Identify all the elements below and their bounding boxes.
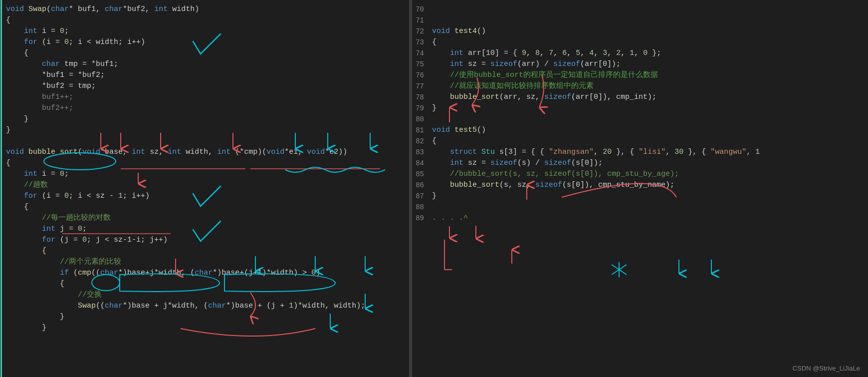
left-code-line: } [6,114,403,125]
main-container: void Swap(char* buf1, char*buf2, int wid… [0,0,868,377]
line-number: 87 [412,191,432,202]
line-number: 88 [412,202,432,213]
green-indicator [0,0,2,377]
line-number: 75 [412,59,432,70]
line-number: 78 [412,92,432,103]
left-code-line: Swap((char*)base + j*width, (char*)base … [6,301,403,312]
left-code-line: { [6,15,403,26]
line-number: 89 [412,213,432,224]
right-code-line: 89 . . . .^ [412,213,868,224]
right-code-line: 75 int sz = sizeof(arr) / sizeof(arr[0])… [412,59,868,70]
left-code-line: { [6,48,403,59]
line-number: 70 [412,4,432,15]
left-panel: void Swap(char* buf1, char*buf2, int wid… [0,0,409,377]
left-code-line: buf2++; [6,103,403,114]
right-code-line: 85 //bubble_sort(s, sz, sizeof(s[0]), cm… [412,169,868,180]
line-number: 86 [412,180,432,191]
left-code-line: //每一趟比较的对数 [6,213,403,224]
left-code-line: char tmp = *buf1; [6,59,403,70]
right-code-line: 82 { [412,136,868,147]
left-code-line: int j = 0; [6,224,403,235]
svg-line-24 [612,265,627,275]
right-code-line: 80 [412,114,868,125]
right-code-line: 81 void test5() [412,125,868,136]
left-code-line: { [6,246,403,257]
line-number: 85 [412,169,432,180]
line-number: 71 [412,15,432,26]
line-number: 80 [412,114,432,125]
left-code-line: int i = 0; [6,26,403,37]
left-code-line: void Swap(char* buf1, char*buf2, int wid… [6,4,403,15]
left-code-line: void bubble_sort(void*base, int sz, int … [6,147,403,158]
line-number: 82 [412,136,432,147]
right-code-line: 74 int arr[10] = { 9, 8, 7, 6, 5, 4, 3, … [412,48,868,59]
left-code-line: int i = 0; [6,169,403,180]
right-code-line: 72 void test4() [412,26,868,37]
right-code-line: 79 } [412,103,868,114]
line-number: 83 [412,147,432,158]
left-code-line: { [6,202,403,213]
left-code: void Swap(char* buf1, char*buf2, int wid… [6,4,403,345]
right-code: 70 71 72 void test4() 73 { 74 int arr[10… [412,0,868,228]
line-number: 81 [412,125,432,136]
right-code-line: 76 //使用bubble_sort的程序员一定知道自己排序的是什么数据 [412,70,868,81]
right-code-line: 87 } [412,191,868,202]
line-number: 79 [412,103,432,114]
right-code-line: 83 struct Stu s[3] = { { "zhangsan", 20 … [412,147,868,158]
line-number: 76 [412,70,432,81]
left-code-line: } [6,323,403,334]
left-code-block: void Swap(char* buf1, char*buf2, int wid… [6,4,403,345]
right-code-line: 71 [412,15,868,26]
right-code-line: 84 int sz = sizeof(s) / sizeof(s[0]); [412,158,868,169]
left-code-line: if (cmp((char*)base+j*width, (char*)base… [6,268,403,279]
line-number: 77 [412,81,432,92]
left-code-line: *buf1 = *buf2; [6,70,403,81]
right-panel: 70 71 72 void test4() 73 { 74 int arr[10… [412,0,868,377]
line-number: 84 [412,158,432,169]
left-code-line: //两个元素的比较 [6,257,403,268]
right-code-line: 70 [412,4,868,15]
right-code-line: 78 bubble_sort(arr, sz, sizeof(arr[0]), … [412,92,868,103]
right-code-line: 88 [412,202,868,213]
watermark-right: CSDN @Strive_LiJiaLe [793,365,860,372]
right-code-line: 73 { [412,37,868,48]
left-code-line: for (i = 0; i < width; i++) [6,37,403,48]
line-number: 74 [412,48,432,59]
left-code-line [6,136,403,147]
right-code-line: 86 bubble_sort(s, sz, sizeof(s[0]), cmp_… [412,180,868,191]
left-code-line: //趟数 [6,180,403,191]
left-code-line: } [6,125,403,136]
left-code-line: *buf2 = tmp; [6,81,403,92]
right-code-line: 77 //就应该知道如何比较待排序数组中的元素 [412,81,868,92]
left-code-line: for (i = 0; i < sz - 1; i++) [6,191,403,202]
left-code-line: { [6,279,403,290]
left-code-line: } [6,312,403,323]
left-code-line: { [6,158,403,169]
svg-line-23 [612,265,627,275]
line-number: 73 [412,37,432,48]
left-code-line [6,334,403,345]
line-number: 72 [412,26,432,37]
left-code-line: buf1++; [6,92,403,103]
left-code-line: for (j = 0; j < sz-1-i; j++) [6,235,403,246]
left-code-line: //交换 [6,290,403,301]
